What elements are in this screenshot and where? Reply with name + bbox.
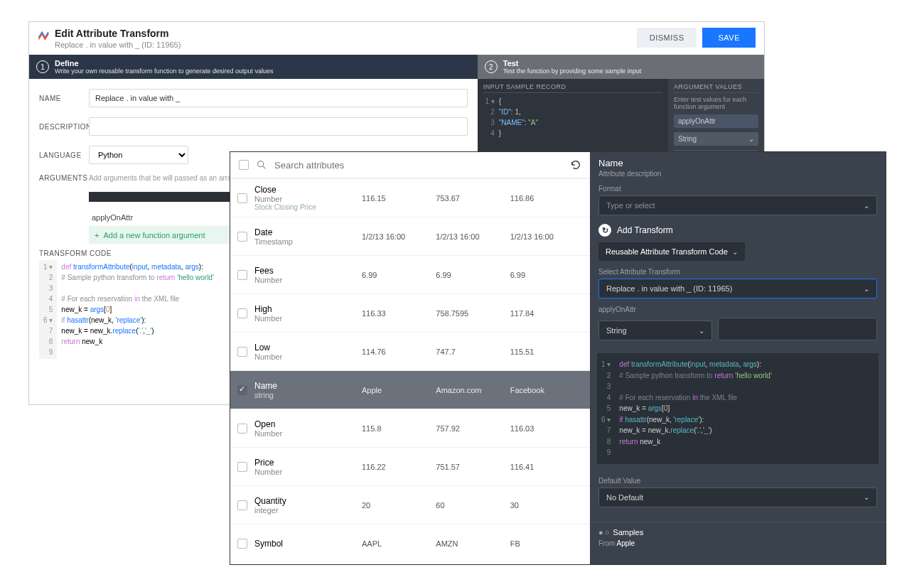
save-button[interactable]: SAVE: [702, 28, 756, 48]
chevron-down-icon: ⌄: [864, 493, 869, 501]
arg-value-input[interactable]: [718, 318, 877, 340]
attribute-row[interactable]: DateTimestamp1/2/13 16:001/2/13 16:001/2…: [230, 217, 590, 255]
description-label: DESCRIPTION: [39, 123, 89, 131]
sample-cell: 757.92: [431, 424, 505, 433]
sample-cell: 1/2/13 16:00: [358, 232, 431, 241]
name-input[interactable]: [89, 89, 468, 107]
modal-title: Edit Attribute Transform: [55, 28, 637, 39]
attr-name: Open: [254, 419, 353, 429]
svg-line-1: [263, 166, 265, 168]
row-checkbox[interactable]: [237, 385, 247, 395]
sample-cell: 753.67: [431, 194, 505, 203]
sample-cell: 6.99: [506, 271, 580, 279]
attribute-row[interactable]: HighNumber116.33758.7595117.84: [230, 294, 590, 332]
attr-name: Close: [254, 185, 353, 195]
sample-cell: 115.8: [358, 424, 431, 433]
row-checkbox[interactable]: [237, 347, 247, 357]
select-transform-dropdown[interactable]: Replace . in value with _ (ID: 11965) ⌄: [598, 279, 877, 298]
chevron-down-icon: ⌄: [748, 135, 754, 143]
attribute-table: CloseNumberStock Closing Price116.15753.…: [230, 178, 590, 564]
language-label: LANGUAGE: [39, 151, 89, 159]
search-icon: [256, 159, 267, 171]
row-checkbox[interactable]: [237, 539, 247, 549]
attr-name: Quantity: [254, 496, 353, 506]
row-checkbox[interactable]: [237, 500, 247, 510]
sample-cell: 117.84: [506, 309, 580, 318]
add-transform-icon: ↻: [598, 224, 611, 237]
row-checkbox[interactable]: [237, 424, 247, 433]
attribute-detail-pane: Name Attribute description Format Type o…: [590, 152, 886, 564]
step-test[interactable]: 2 Test Test the function by providing so…: [478, 55, 764, 79]
argument-values-header: ARGUMENT VALUES: [674, 83, 758, 93]
attr-type: Number: [254, 314, 353, 323]
samples-source: Apple: [617, 539, 635, 547]
arg-name-chip: applyOnAttr: [674, 114, 758, 128]
sample-cell: 116.03: [506, 424, 580, 433]
sample-cell: 116.86: [506, 194, 580, 203]
row-checkbox[interactable]: [237, 308, 247, 318]
language-select[interactable]: Python: [89, 146, 188, 164]
attr-type: string: [254, 391, 353, 399]
attribute-row[interactable]: FeesNumber6.996.996.99: [230, 255, 590, 294]
attr-type: Number: [254, 195, 353, 203]
sample-cell: Amazon.com: [431, 386, 505, 394]
input-sample-header: INPUT SAMPLE RECORD: [483, 83, 662, 93]
add-transform-label: Add Transform: [617, 225, 673, 235]
refresh-icon[interactable]: [570, 159, 581, 171]
select-transform-label: Select Attribute Transform: [598, 268, 877, 276]
attribute-row[interactable]: LowNumber114.76747.7115.51: [230, 332, 590, 370]
select-all-checkbox[interactable]: [239, 160, 249, 170]
attr-name: Price: [254, 458, 353, 468]
dismiss-button[interactable]: DISMISS: [637, 28, 697, 48]
attr-type: Number: [254, 352, 353, 361]
attr-type: Number: [254, 429, 353, 438]
step-1-sub: Write your own reusable transform functi…: [55, 68, 274, 75]
row-checkbox[interactable]: [237, 462, 247, 472]
sample-cell: FB: [506, 539, 580, 548]
arg-type-select[interactable]: String ⌄: [674, 132, 758, 146]
step-bar: 1 Define Write your own reusable transfo…: [29, 55, 764, 79]
default-value-label: Default Value: [598, 477, 877, 485]
attr-type: Number: [254, 468, 353, 476]
arg-type-select[interactable]: String ⌄: [598, 321, 712, 340]
transform-type-select[interactable]: Reusable Attribute Transform Code ⌄: [598, 242, 745, 261]
detail-title: Name: [598, 158, 877, 168]
step-2-number: 2: [485, 60, 498, 73]
description-input[interactable]: [89, 117, 468, 136]
plus-icon: +: [95, 231, 99, 239]
sample-cell: 116.15: [358, 194, 431, 203]
sample-cell: 60: [431, 501, 505, 510]
attribute-row[interactable]: SymbolAAPLAMZNFB: [230, 524, 590, 562]
attr-name: Name: [254, 381, 353, 391]
arg-name-label: applyOnAttr: [598, 306, 877, 313]
attribute-row[interactable]: NamestringAppleAmazon.comFacebook: [230, 370, 590, 409]
attr-name: Symbol: [254, 539, 353, 549]
attr-type: integer: [254, 506, 353, 515]
input-sample-json[interactable]: 1 ▾{2 "ID": 1,3 "NAME": "A"4}: [483, 96, 662, 139]
argument-values-sub: Enter test values for each function argu…: [674, 96, 758, 110]
attribute-row[interactable]: OpenNumber115.8757.92116.03: [230, 409, 590, 447]
detail-sub: Attribute description: [598, 170, 877, 178]
step-1-title: Define: [55, 59, 274, 68]
sample-cell: 30: [506, 501, 580, 510]
attribute-row[interactable]: Quantityinteger206030: [230, 485, 590, 524]
step-2-sub: Test the function by providing some samp…: [503, 68, 642, 75]
format-select[interactable]: Type or select ⌄: [598, 195, 877, 215]
row-checkbox[interactable]: [237, 270, 247, 280]
attribute-row[interactable]: PriceNumber116.22751.57116.41: [230, 447, 590, 485]
attr-name: Low: [254, 343, 353, 352]
transform-code-preview[interactable]: 1 ▾23456 ▾789 def transformAttribute(inp…: [597, 353, 879, 464]
sample-cell: 114.76: [358, 348, 431, 356]
attr-type: Number: [254, 276, 353, 284]
row-checkbox[interactable]: [237, 232, 247, 242]
attribute-row[interactable]: CloseNumberStock Closing Price116.15753.…: [230, 178, 590, 217]
step-define[interactable]: 1 Define Write your own reusable transfo…: [29, 55, 478, 79]
step-1-number: 1: [36, 60, 49, 73]
sample-cell: 116.41: [506, 463, 580, 471]
row-checkbox[interactable]: [237, 193, 247, 203]
svg-point-0: [258, 161, 264, 167]
default-value-select[interactable]: No Default ⌄: [598, 488, 877, 507]
attr-type: Timestamp: [254, 237, 353, 246]
search-input[interactable]: [274, 160, 563, 171]
sample-cell: 1/2/13 16:00: [431, 232, 505, 241]
